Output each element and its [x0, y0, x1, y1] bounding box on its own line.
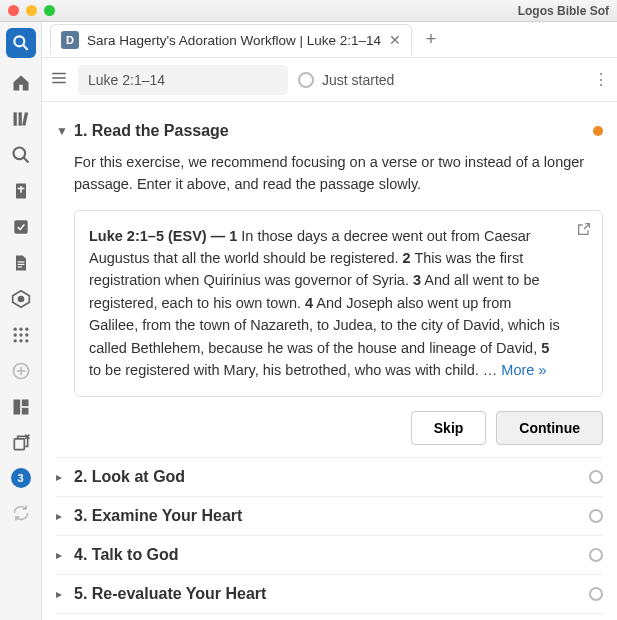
svg-point-15	[18, 297, 23, 302]
section-2-header[interactable]: ▸ 2. Look at God	[56, 457, 603, 496]
svg-rect-8	[20, 186, 22, 193]
passage-reference: Luke 2:1–5 (ESV) —	[89, 228, 229, 244]
apps-grid-icon[interactable]	[10, 324, 32, 346]
tab-title: Sara Hagerty's Adoration Workflow | Luke…	[87, 33, 381, 48]
library-icon[interactable]	[10, 108, 32, 130]
section-4-title: 4. Talk to God	[74, 546, 583, 564]
svg-rect-4	[22, 112, 28, 126]
svg-rect-28	[13, 400, 20, 415]
svg-point-21	[25, 333, 28, 336]
window-titlebar: Logos Bible Sof	[0, 0, 617, 22]
workflow-body: ▼ 1. Read the Passage For this exercise,…	[42, 102, 617, 620]
compass-icon[interactable]	[10, 288, 32, 310]
svg-rect-29	[21, 400, 28, 407]
section-complete-indicator	[589, 509, 603, 523]
section-5-header[interactable]: ▸ 5. Re-evaluate Your Heart	[56, 574, 603, 613]
section-1-header[interactable]: ▼ 1. Read the Passage	[56, 114, 603, 148]
svg-point-5	[13, 148, 25, 160]
tab-doc-icon: D	[61, 31, 79, 49]
section-1-intro: For this exercise, we recommend focusing…	[74, 152, 603, 196]
section-complete-indicator	[589, 587, 603, 601]
svg-rect-10	[14, 220, 27, 233]
section-active-indicator	[593, 126, 603, 136]
menu-icon[interactable]	[50, 69, 68, 90]
section-3-header[interactable]: ▸ 3. Examine Your Heart	[56, 496, 603, 535]
continue-button[interactable]: Continue	[496, 411, 603, 445]
svg-point-17	[19, 328, 22, 331]
search-nav-icon[interactable]	[10, 144, 32, 166]
workflow-status: Just started	[298, 72, 394, 88]
svg-rect-13	[17, 266, 21, 267]
skip-button[interactable]: Skip	[411, 411, 487, 445]
svg-rect-31	[14, 439, 24, 450]
section-1-body: For this exercise, we recommend focusing…	[56, 148, 603, 457]
active-tab[interactable]: D Sara Hagerty's Adoration Workflow | Lu…	[50, 24, 412, 55]
close-window-icon[interactable]	[8, 5, 19, 16]
chevron-right-icon[interactable]: ▸	[56, 587, 68, 601]
sync-icon[interactable]	[10, 502, 32, 524]
add-icon[interactable]	[10, 360, 32, 382]
section-complete-indicator	[589, 470, 603, 484]
home-icon[interactable]	[10, 72, 32, 94]
checklist-icon[interactable]	[10, 216, 32, 238]
passage-card: Luke 2:1–5 (ESV) — 1 In those days a dec…	[74, 210, 603, 397]
new-tab-button[interactable]: +	[418, 27, 444, 53]
chevron-right-icon[interactable]: ▸	[56, 470, 68, 484]
traffic-lights	[8, 5, 55, 16]
svg-point-16	[13, 328, 16, 331]
status-label: Just started	[322, 72, 394, 88]
popout-icon[interactable]	[576, 221, 592, 243]
svg-line-1	[23, 46, 27, 50]
svg-line-6	[23, 158, 28, 163]
svg-rect-9	[17, 188, 24, 190]
maximize-window-icon[interactable]	[44, 5, 55, 16]
search-icon[interactable]	[6, 28, 36, 58]
more-link[interactable]: More »	[501, 362, 546, 378]
app-title: Logos Bible Sof	[518, 4, 609, 18]
sidebar: 3	[0, 22, 42, 620]
svg-rect-2	[13, 112, 16, 125]
svg-point-0	[14, 36, 24, 46]
bible-icon[interactable]	[10, 180, 32, 202]
section-1-buttons: Skip Continue	[74, 411, 603, 445]
svg-point-24	[25, 339, 28, 342]
section-6-header[interactable]: ▸ 6. Adore God Through the Passage with …	[56, 613, 603, 620]
svg-rect-12	[17, 264, 24, 265]
chevron-right-icon[interactable]: ▸	[56, 548, 68, 562]
status-circle-icon	[298, 72, 314, 88]
minimize-window-icon[interactable]	[26, 5, 37, 16]
layout-icon[interactable]	[10, 396, 32, 418]
close-tab-icon[interactable]: ✕	[389, 32, 401, 48]
svg-rect-30	[21, 408, 28, 415]
section-complete-indicator	[589, 548, 603, 562]
svg-rect-3	[18, 112, 21, 125]
tab-bar: D Sara Hagerty's Adoration Workflow | Lu…	[42, 22, 617, 58]
copy-close-icon[interactable]	[10, 432, 32, 454]
chevron-down-icon[interactable]: ▼	[56, 124, 68, 138]
svg-point-23	[19, 339, 22, 342]
section-2-title: 2. Look at God	[74, 468, 583, 486]
section-4-header[interactable]: ▸ 4. Talk to God	[56, 535, 603, 574]
svg-point-19	[13, 333, 16, 336]
svg-rect-11	[17, 261, 24, 262]
chevron-right-icon[interactable]: ▸	[56, 509, 68, 523]
svg-point-20	[19, 333, 22, 336]
section-1-title: 1. Read the Passage	[74, 122, 587, 140]
document-icon[interactable]	[10, 252, 32, 274]
section-3-title: 3. Examine Your Heart	[74, 507, 583, 525]
notification-badge[interactable]: 3	[11, 468, 31, 488]
more-menu-icon[interactable]: ⋮	[593, 70, 609, 89]
svg-point-22	[13, 339, 16, 342]
section-5-title: 5. Re-evaluate Your Heart	[74, 585, 583, 603]
svg-point-18	[25, 328, 28, 331]
passage-reference-input[interactable]	[78, 65, 288, 95]
toolbar: Just started ⋮	[42, 58, 617, 102]
